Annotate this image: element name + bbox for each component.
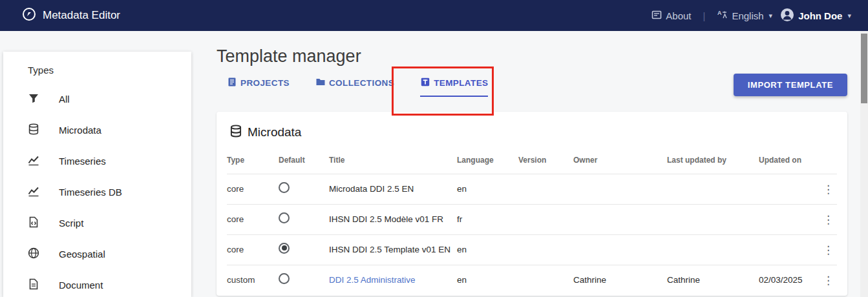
scrollbar-track (860, 31, 868, 297)
section-title: Microdata (248, 125, 301, 139)
table-row: core IHSN DDI 2.5 Template v01 EN en ⋮ (227, 235, 837, 265)
default-radio[interactable] (279, 212, 290, 223)
column-header-last-updated-by: Last updated by (667, 148, 759, 174)
language-label: English (732, 10, 763, 21)
tab-label: PROJECTS (240, 78, 290, 88)
sidebar-item-all[interactable]: All (3, 83, 191, 114)
cell-type: core (227, 205, 279, 235)
column-header-language: Language (457, 148, 518, 174)
column-header-actions (820, 148, 837, 174)
globe-icon (28, 247, 39, 261)
table-row: core Microdata DDI 2.5 EN en ⋮ (227, 174, 837, 205)
cell-language: en (457, 235, 518, 265)
cell-last-updated-by (667, 205, 759, 235)
import-template-button[interactable]: IMPORT TEMPLATE (734, 74, 847, 96)
user-menu[interactable]: John Doe ▾ (780, 8, 851, 24)
topbar-divider: | (703, 10, 705, 21)
cell-title: IHSN DDI 2.5 Modèle v01 FR (329, 205, 457, 235)
tab-label: TEMPLATES (434, 78, 488, 88)
line-chart-icon (28, 185, 39, 199)
cell-updated-on (759, 235, 820, 265)
collections-icon (315, 77, 326, 89)
column-header-version: Version (518, 148, 573, 174)
templates-icon (420, 77, 430, 89)
file-code-icon (28, 216, 39, 230)
cell-last-updated-by (667, 174, 759, 205)
user-avatar-icon (780, 8, 794, 24)
column-header-owner: Owner (573, 148, 667, 174)
scrollbar-thumb[interactable] (861, 34, 867, 103)
default-radio[interactable] (279, 182, 290, 193)
templates-card: Microdata Type Default Title Language Ve… (217, 112, 847, 296)
tab-label: COLLECTIONS (329, 78, 394, 88)
main-content: Template manager PROJECTS COLLECTIONS (217, 31, 847, 296)
cell-updated-on: 02/03/2025 (759, 265, 820, 296)
sidebar-item-geospatial[interactable]: Geospatial (3, 238, 191, 269)
column-header-title: Title (329, 148, 457, 174)
about-icon (651, 10, 662, 22)
database-icon (28, 123, 39, 137)
cell-language: en (457, 265, 518, 296)
sidebar-item-microdata[interactable]: Microdata (3, 114, 191, 145)
line-chart-icon (28, 154, 39, 168)
sidebar-title: Types (28, 65, 191, 76)
sidebar-item-label: Document (59, 280, 103, 291)
cell-owner (573, 174, 667, 205)
template-title-link[interactable]: DDI 2.5 Administrative (329, 275, 416, 285)
cell-version (518, 174, 573, 205)
cell-last-updated-by (667, 235, 759, 265)
table-header-row: Type Default Title Language Version Owne… (227, 148, 837, 174)
sidebar-item-label: Timeseries DB (59, 187, 122, 198)
sidebar-item-label: All (59, 94, 70, 105)
sidebar-item-script[interactable]: Script (3, 207, 191, 238)
cell-owner: Cathrine (573, 265, 667, 296)
row-menu-kebab-icon[interactable]: ⋮ (820, 272, 836, 288)
top-navigation-bar: Metadata Editor About | A (0, 0, 868, 31)
tab-projects[interactable]: PROJECTS (227, 77, 290, 97)
table-row: custom DDI 2.5 Administrative en Cathrin… (227, 265, 837, 296)
row-menu-kebab-icon[interactable]: ⋮ (820, 242, 836, 258)
projects-icon (227, 77, 237, 89)
sidebar-item-timeseries-db[interactable]: Timeseries DB (3, 176, 191, 207)
types-sidebar: Types All Microdata Timeseries (3, 52, 191, 297)
tab-templates[interactable]: TEMPLATES (420, 77, 488, 97)
cell-version (518, 235, 573, 265)
cell-updated-on (759, 205, 820, 235)
cell-type: custom (227, 265, 279, 296)
cell-type: core (227, 174, 279, 205)
filter-icon (28, 92, 39, 106)
column-header-updated-on: Updated on (759, 148, 820, 174)
sidebar-item-document[interactable]: Document (3, 269, 191, 297)
cell-language: en (457, 174, 518, 205)
language-menu[interactable]: A English ▾ (717, 9, 772, 22)
sidebar-item-label: Script (59, 218, 83, 229)
row-menu-kebab-icon[interactable]: ⋮ (820, 181, 836, 197)
compass-logo-icon (22, 7, 36, 24)
column-header-default: Default (279, 148, 329, 174)
svg-text:A: A (717, 10, 722, 16)
tab-collections[interactable]: COLLECTIONS (315, 77, 394, 97)
cell-owner (573, 205, 667, 235)
cell-title: Microdata DDI 2.5 EN (329, 174, 457, 205)
default-radio[interactable] (279, 273, 290, 284)
sidebar-item-label: Timeseries (59, 156, 106, 167)
section-header: Microdata (227, 121, 837, 143)
cell-version (518, 205, 573, 235)
translate-icon: A (717, 9, 728, 22)
user-name-label: John Doe (798, 10, 842, 21)
cell-language: fr (457, 205, 518, 235)
column-header-type: Type (227, 148, 279, 174)
cell-type: core (227, 235, 279, 265)
default-radio-selected[interactable] (279, 243, 290, 254)
row-menu-kebab-icon[interactable]: ⋮ (820, 212, 836, 227)
sidebar-item-timeseries[interactable]: Timeseries (3, 145, 191, 176)
app-brand: Metadata Editor (22, 7, 120, 24)
about-menu[interactable]: About (651, 10, 691, 22)
document-icon (28, 278, 39, 292)
sidebar-item-label: Geospatial (59, 249, 105, 260)
chevron-down-icon: ▾ (769, 12, 773, 20)
about-label: About (666, 10, 691, 21)
database-icon (229, 125, 242, 140)
cell-owner (573, 235, 667, 265)
cell-last-updated-by: Cathrine (667, 265, 759, 296)
